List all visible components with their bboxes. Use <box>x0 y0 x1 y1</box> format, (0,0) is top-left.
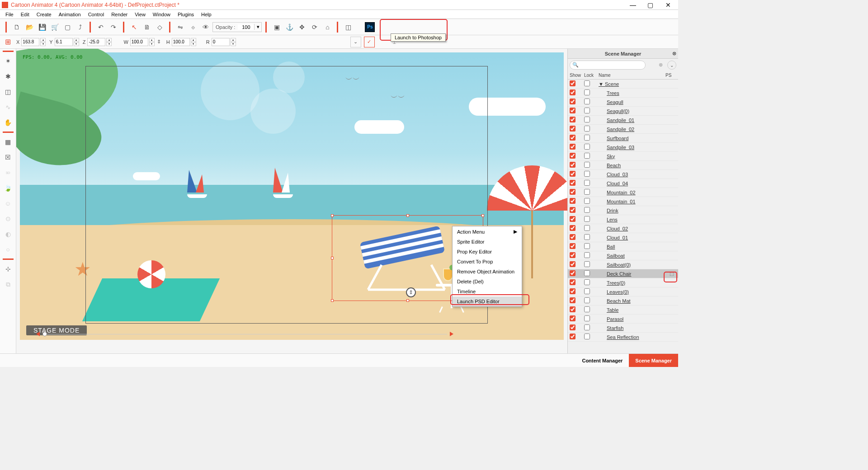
show-checkbox[interactable] <box>570 126 584 132</box>
spin-down[interactable]: ▾ <box>106 42 112 46</box>
x-input[interactable] <box>21 38 39 46</box>
spin-down[interactable]: ▾ <box>40 42 46 46</box>
lock-checkbox[interactable] <box>584 334 599 340</box>
menu-animation[interactable]: Animation <box>55 12 85 17</box>
lock-checkbox[interactable] <box>584 80 599 87</box>
show-checkbox[interactable] <box>570 89 584 96</box>
item-name[interactable]: Lens <box>599 217 666 222</box>
redo-icon[interactable]: ↷ <box>108 21 119 33</box>
lock-checkbox[interactable] <box>584 315 599 322</box>
save-icon[interactable]: 💾 <box>36 21 48 33</box>
lock-checkbox[interactable] <box>584 270 599 277</box>
new-file-icon[interactable]: 🗋 <box>11 21 23 33</box>
export-icon[interactable]: ⤴ <box>74 21 86 33</box>
tab-content-manager[interactable]: Content Manager <box>576 354 629 367</box>
show-checkbox[interactable] <box>570 261 584 268</box>
show-checkbox[interactable] <box>570 297 584 304</box>
lock-checkbox[interactable] <box>584 225 599 232</box>
ctx-action-menu[interactable]: Action Menu▶ <box>453 226 522 237</box>
scene-item[interactable]: Mountain_01 <box>568 197 678 206</box>
timeline-start-icon[interactable] <box>36 332 40 336</box>
scene-list[interactable]: ▼ SceneTreesSeagullSeagull(0)Sandpile_01… <box>568 80 678 353</box>
menu-render[interactable]: Render <box>108 12 131 17</box>
item-name[interactable]: Mountain_02 <box>599 190 666 195</box>
slider-track[interactable] <box>42 334 447 334</box>
show-checkbox[interactable] <box>570 135 584 141</box>
item-name[interactable]: Beach Mat <box>599 298 666 304</box>
scene-item[interactable]: Surfboard <box>568 134 678 143</box>
lock-checkbox[interactable] <box>584 99 599 105</box>
page-icon[interactable]: 🗎 <box>141 21 153 33</box>
item-name[interactable]: Deck Chair <box>599 271 666 277</box>
spin-up[interactable]: ▴ <box>74 38 79 42</box>
spin-up[interactable]: ▴ <box>40 38 46 42</box>
scene-item[interactable]: Table <box>568 306 678 315</box>
show-checkbox[interactable] <box>570 180 584 187</box>
show-checkbox[interactable] <box>570 207 584 214</box>
select-icon[interactable]: ↖ <box>128 21 140 33</box>
item-name[interactable]: Surfboard <box>599 136 666 141</box>
lock-checkbox[interactable] <box>584 288 599 295</box>
actor-icon[interactable]: ✶ <box>2 55 14 67</box>
lock-checkbox[interactable] <box>584 297 599 304</box>
link-icon[interactable]: ⇕ <box>156 39 163 45</box>
motion-icon[interactable]: ⊙ <box>2 212 14 225</box>
lock-checkbox[interactable] <box>584 279 599 286</box>
show-checkbox[interactable] <box>570 189 584 196</box>
pose-icon[interactable]: ☒ <box>2 151 14 164</box>
lock-checkbox[interactable] <box>584 171 599 178</box>
show-checkbox[interactable] <box>570 117 584 123</box>
ctx-remove-animation[interactable]: Remove Object Animation <box>453 267 522 277</box>
item-name[interactable]: Sandpile_01 <box>599 118 666 123</box>
curve-down-icon[interactable]: ⌄ <box>350 37 361 47</box>
lock-checkbox[interactable] <box>584 243 599 250</box>
show-checkbox[interactable] <box>570 243 584 250</box>
ctx-prop-key-editor[interactable]: Prop Key Editor <box>453 247 522 257</box>
cart-icon[interactable]: 🛒 <box>49 21 61 33</box>
open-file-icon[interactable]: 📂 <box>24 21 35 33</box>
item-name[interactable]: Table <box>599 307 666 313</box>
palette-icon[interactable]: ◐ <box>2 228 14 240</box>
grid-icon[interactable]: ⊞ <box>3 37 13 47</box>
item-name[interactable]: Sandpile_03 <box>599 145 666 150</box>
spin-down[interactable]: ▾ <box>149 42 155 46</box>
snap-icon[interactable]: ⊹ <box>2 263 14 275</box>
scene-item[interactable]: Sandpile_03 <box>568 143 678 152</box>
lock-checkbox[interactable] <box>584 216 599 223</box>
show-checkbox[interactable] <box>570 99 584 105</box>
spin-up[interactable]: ▴ <box>149 38 155 42</box>
w-input[interactable] <box>130 38 148 46</box>
lock-checkbox[interactable] <box>584 324 599 331</box>
lock-checkbox[interactable] <box>584 207 599 214</box>
timeline-slider[interactable] <box>36 330 453 338</box>
item-name[interactable]: Beach <box>599 163 666 168</box>
ctx-delete[interactable]: Delete (Del) <box>453 277 522 287</box>
show-checkbox[interactable] <box>570 162 584 169</box>
lock-checkbox[interactable] <box>584 117 599 123</box>
scene-item[interactable]: ▼ Scene <box>568 80 678 89</box>
eye-icon[interactable]: 👁 <box>200 21 212 33</box>
show-checkbox[interactable] <box>570 270 584 277</box>
scene-item[interactable]: Sea Reflection <box>568 333 678 342</box>
show-checkbox[interactable] <box>570 171 584 178</box>
scene-item[interactable]: Sailboat <box>568 251 678 260</box>
item-name[interactable]: Seagull(0) <box>599 108 666 114</box>
spin-up[interactable]: ▴ <box>191 38 196 42</box>
search-input[interactable] <box>570 61 646 70</box>
show-checkbox[interactable] <box>570 108 584 114</box>
menu-edit[interactable]: Edit <box>17 12 33 17</box>
scene-item[interactable]: Cloud_02 <box>568 224 678 233</box>
ctx-sprite-editor[interactable]: Sprite Editor <box>453 237 522 247</box>
maximize-button[interactable]: ▢ <box>642 0 659 10</box>
scene-item[interactable]: Mountain_02 <box>568 188 678 197</box>
menu-file[interactable]: File <box>2 12 17 17</box>
lock-checkbox[interactable] <box>584 189 599 196</box>
show-checkbox[interactable] <box>570 279 584 286</box>
y-input[interactable] <box>55 38 73 46</box>
show-checkbox[interactable] <box>570 252 584 259</box>
scene-item[interactable]: Trees <box>568 89 678 98</box>
item-name[interactable]: Sandpile_02 <box>599 127 666 132</box>
item-name[interactable]: Seagull <box>599 99 666 105</box>
lock-checkbox[interactable] <box>584 306 599 313</box>
scene-item[interactable]: Sandpile_01 <box>568 116 678 125</box>
